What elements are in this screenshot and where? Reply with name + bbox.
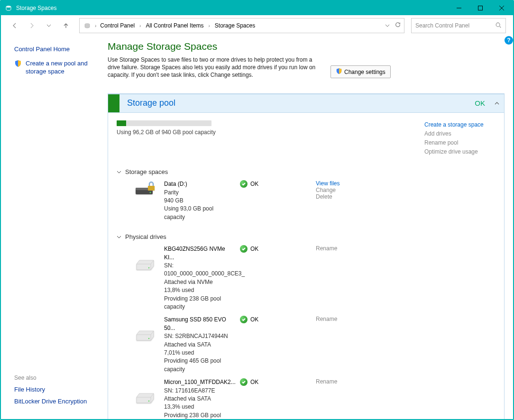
intro-text: Use Storage Spaces to save files to two … [108,56,316,79]
link-bitlocker[interactable]: BitLocker Drive Encryption [14,398,87,405]
ssd-icon [131,245,159,271]
change-settings-button[interactable]: Change settings [330,65,391,78]
space-name: Data (D:) [164,180,235,188]
link-rename-pool: Rename pool [424,138,496,147]
refresh-button[interactable] [395,21,401,30]
search-icon[interactable] [495,22,502,30]
pool-usage-fill [117,120,126,126]
up-button[interactable] [59,19,73,32]
window-title: Storage Spaces [16,5,56,11]
search-input[interactable] [415,22,486,29]
shield-icon [14,60,22,80]
ssd-icon [131,316,159,341]
chevron-up-icon[interactable] [490,100,504,106]
location-icon [83,22,92,29]
drive-sn: 0100_0000_0000_0000_8CE3_ [164,270,235,278]
drive-sn-label: SN: [164,262,235,270]
breadcrumb-item[interactable]: Storage Spaces [214,22,256,29]
shield-icon [336,68,342,76]
ok-icon [240,316,248,323]
address-bar[interactable]: › Control Panel › All Control Panel Item… [79,18,404,33]
back-button[interactable] [8,19,21,32]
title-bar: Storage Spaces [1,1,513,15]
drive-sn-label: SN: S2RBNCAJ174944N [164,332,235,340]
pool-actions: Create a storage space Add drives Rename… [424,120,496,157]
section-label: Storage spaces [125,168,168,175]
svg-point-0 [6,6,11,8]
see-also-heading: See also [14,374,87,381]
storage-pool: Storage pool OK Using 96,2 GB of 940 GB … [108,93,505,419]
chevron-down-icon [117,170,121,174]
search-box[interactable] [411,18,506,33]
page-title: Manage Storage Spaces [108,41,505,52]
drive-providing: Providing 238 GB pool capacity [164,411,235,419]
physical-drive-entry: KBG40ZNS256G NVMe KI... SN: 0100_0000_00… [131,245,496,311]
drive-providing: Providing 238 GB pool capacity [164,295,235,311]
forward-button[interactable] [25,19,38,32]
svg-rect-2 [478,6,482,10]
pool-usage-text: Using 96,2 GB of 940 GB pool capacity [117,129,405,136]
drive-name: KBG40ZNS256G NVMe KI... [164,245,235,262]
sidebar: Control Panel Home Create a new pool and… [1,36,103,419]
change-settings-label: Change settings [344,69,386,75]
svg-line-7 [500,26,501,27]
address-dropdown[interactable] [385,21,390,30]
chevron-right-icon: › [95,23,96,28]
drive-attached: Attached via SATA [164,341,235,349]
link-change: Change [316,187,387,193]
toolbar: › Control Panel › All Control Panel Item… [1,15,513,36]
drive-used: 13,3% used [164,403,235,411]
status-text: OK [250,246,258,252]
minimize-button[interactable] [448,1,469,15]
see-also: See also File History BitLocker Drive En… [14,374,87,410]
drive-used: 7,01% used [164,349,235,357]
space-usage: Using 93,0 GB pool capacity [164,205,235,221]
section-label: Physical drives [125,233,166,240]
sidebar-create-pool[interactable]: Create a new pool and storage space [26,60,98,76]
svg-point-13 [148,338,149,339]
drive-name: Micron_1100_MTFDDAK2... [164,378,235,386]
storage-space-entry: Data (D:) Parity 940 GB Using 93,0 GB po… [131,180,496,221]
pool-accent [108,94,119,112]
link-rename-drive: Rename [316,245,387,252]
space-size: 940 GB [164,197,235,205]
app-icon [5,4,12,12]
link-file-history[interactable]: File History [14,386,87,393]
link-create-space[interactable]: Create a storage space [424,120,496,129]
maximize-button[interactable] [469,1,491,15]
status-text: OK [250,316,258,323]
drive-sn-label: SN: 171616EA877E [164,387,235,395]
space-type: Parity [164,189,235,197]
pool-header[interactable]: Storage pool OK [108,94,504,113]
chevron-down-icon [117,235,121,239]
status-text: OK [250,181,258,187]
drive-attached: Attached via SATA [164,395,235,403]
svg-point-10 [150,192,151,193]
help-icon[interactable]: ? [505,36,513,45]
ok-icon [240,378,248,386]
link-add-drives: Add drives [424,129,496,138]
physical-drive-entry: Samsung SSD 850 EVO 50... SN: S2RBNCAJ17… [131,316,496,374]
pool-usage-bar [117,120,211,126]
chevron-right-icon: › [208,23,210,28]
drive-used: 13,8% used [164,286,235,294]
close-button[interactable] [491,1,512,15]
main-content: ? Manage Storage Spaces Use Storage Spac… [103,36,513,419]
link-rename-drive: Rename [316,378,387,385]
breadcrumb-item[interactable]: All Control Panel Items [145,22,204,29]
breadcrumb: Control Panel › All Control Panel Items … [99,22,256,29]
link-view-files[interactable]: View files [316,180,387,187]
recent-dropdown[interactable] [42,19,55,32]
status-text: OK [250,379,258,385]
sidebar-home[interactable]: Control Panel Home [14,46,98,53]
svg-point-14 [148,401,149,402]
breadcrumb-item[interactable]: Control Panel [99,22,136,29]
pool-title: Storage pool [127,98,175,108]
ok-icon [240,180,248,188]
drive-icon [131,180,159,198]
drive-providing: Providing 465 GB pool capacity [164,357,235,374]
section-storage-spaces[interactable]: Storage spaces [117,168,496,175]
ok-icon [240,245,248,253]
physical-drive-entry: Micron_1100_MTFDDAK2... SN: 171616EA877E… [131,378,496,419]
section-physical-drives[interactable]: Physical drives [117,233,496,240]
